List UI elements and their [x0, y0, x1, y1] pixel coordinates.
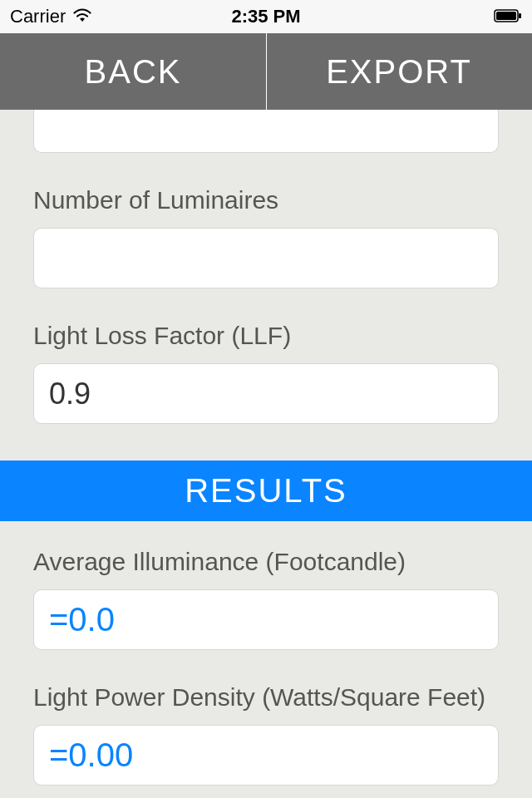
- battery-icon: [494, 6, 522, 27]
- llf-input[interactable]: [33, 363, 499, 424]
- svg-rect-2: [519, 13, 521, 18]
- avg-illuminance-label: Average Illuminance (Footcandle): [33, 548, 499, 576]
- previous-field-input[interactable]: [33, 110, 499, 153]
- status-left: Carrier: [10, 6, 92, 27]
- nav-bar: BACK EXPORT: [0, 33, 532, 110]
- wifi-icon: [72, 6, 92, 27]
- llf-label: Light Loss Factor (LLF): [33, 322, 499, 350]
- num-luminaires-label: Number of Luminaires: [33, 186, 499, 214]
- lpd-value: =0.00: [49, 736, 133, 774]
- nav-divider: [266, 33, 267, 110]
- num-luminaires-input[interactable]: [33, 228, 499, 288]
- results-banner: RESULTS: [0, 461, 532, 521]
- avg-illuminance-value: =0.0: [49, 601, 115, 638]
- status-bar: Carrier 2:35 PM: [0, 0, 532, 33]
- content-area: Number of Luminaires Light Loss Factor (…: [0, 110, 532, 424]
- back-button[interactable]: BACK: [0, 33, 266, 110]
- avg-illuminance-output: =0.0: [33, 589, 499, 650]
- results-area: Average Illuminance (Footcandle) =0.0 Li…: [0, 548, 532, 786]
- status-time: 2:35 PM: [231, 6, 300, 27]
- export-button[interactable]: EXPORT: [266, 33, 532, 110]
- lpd-label: Light Power Density (Watts/Square Feet): [33, 683, 499, 712]
- svg-rect-1: [496, 12, 516, 20]
- lpd-output: =0.00: [33, 725, 499, 786]
- carrier-label: Carrier: [10, 6, 66, 27]
- status-right: [494, 6, 522, 27]
